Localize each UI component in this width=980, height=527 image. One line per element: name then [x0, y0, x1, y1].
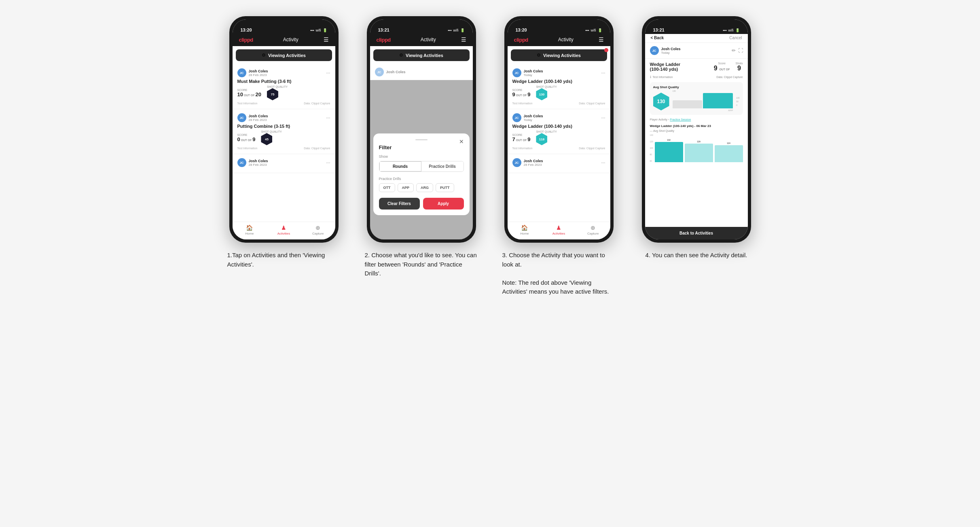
menu-icon-3[interactable]: ☰	[599, 36, 604, 43]
avg-sq-hexagon: 130	[653, 93, 669, 110]
phone-2-status-icons: ▪▪▪ wifi 🔋	[448, 28, 465, 32]
detail-score-section: Wedge Ladder (100-140 yds) Score 9 OUT O…	[650, 62, 743, 72]
user-name-1: Josh Coles	[249, 69, 268, 73]
settings-icon-3: ⚙	[537, 53, 541, 58]
activity-card-3[interactable]: JC Josh Coles 28 Feb 2023 ···	[233, 154, 335, 173]
phone-2-time: 13:21	[378, 28, 389, 32]
card-1-title: Must Make Putting (3-6 ft)	[237, 79, 330, 84]
menu-icon[interactable]: ☰	[324, 36, 329, 43]
trend-title: Wedge Ladder (100-140 yds) - 06 Mar 23	[650, 124, 743, 128]
test-info-3-2: Test Information	[512, 147, 533, 150]
apply-button[interactable]: Apply	[423, 198, 464, 210]
activity-card-3-3[interactable]: JC Josh Coles 28 Feb 2023 ···	[508, 154, 610, 173]
score-value-3-1: 9	[512, 91, 515, 97]
avg-shot-quality-section: Avg Shot Quality 130 130	[650, 82, 743, 115]
tab-capture-1[interactable]: ⊕ Capture	[301, 224, 335, 235]
rounds-button[interactable]: Rounds	[379, 161, 421, 171]
sq-stat-3-2: Shot Quality 118	[536, 130, 557, 145]
battery-icon-3: 🔋	[598, 28, 602, 32]
user-name-3-2: Josh Coles	[524, 114, 543, 118]
sq-stat-1: Shot Quality 75	[267, 85, 288, 100]
score-value-1: 10	[237, 91, 243, 97]
phone-3-notch	[541, 19, 577, 28]
capture-icon: ⊕	[315, 224, 320, 231]
menu-icon-2[interactable]: ☰	[461, 36, 466, 43]
trend-chart-section: Wedge Ladder (100-140 yds) - 06 Mar 23 -…	[650, 124, 743, 224]
chip-arg[interactable]: ARG	[416, 183, 433, 192]
capture-icon-3: ⊕	[591, 224, 595, 231]
user-date-1: 28 Feb 2023	[249, 73, 268, 77]
signal-icon-4: ▪▪▪	[723, 28, 727, 32]
cancel-button[interactable]: Cancel	[729, 36, 742, 40]
filter-actions: Clear Filters Apply	[379, 198, 464, 210]
more-icon-3-2[interactable]: ···	[601, 115, 605, 121]
test-info-2: Test Information	[237, 147, 258, 150]
sq-stat-3-1: Shot Quality 130	[536, 85, 557, 100]
filter-toggle-row: Rounds Practice Drills	[379, 161, 464, 172]
practice-drills-button[interactable]: Practice Drills	[421, 161, 464, 171]
more-icon-3-3[interactable]: ···	[601, 160, 605, 165]
edit-icon[interactable]: ✏	[732, 48, 736, 53]
tab-activities-1[interactable]: ♟ Activities	[267, 224, 301, 235]
phone-2-nav: clippd Activity ☰	[370, 34, 473, 46]
viewing-activities-header-3[interactable]: ⚙ Viewing Activities	[511, 49, 607, 61]
score-stat-3-1: Score 9 OUT OF 9	[512, 89, 531, 97]
caption-3: 3. Choose the Activity that you want to …	[502, 251, 616, 296]
step-2-container: 13:21 ▪▪▪ wifi 🔋 clippd Activity ☰	[359, 16, 484, 278]
clippd-logo-2: clippd	[377, 37, 391, 43]
sq-badge-3-2: 118	[536, 133, 547, 145]
score-value-4: 9 OUT OF	[714, 65, 730, 72]
filter-title: Filter	[379, 144, 464, 150]
blurred-user-name: Josh Coles	[386, 70, 406, 74]
activity-card-2[interactable]: JC Josh Coles 28 Feb 2023 ··· Putting Co…	[233, 109, 335, 154]
mini-chart: 130 APP	[673, 91, 733, 112]
practice-drills-label: Practice Drills	[379, 177, 464, 181]
battery-icon-4: 🔋	[735, 28, 740, 32]
data-capture-4: Data: Clippd Capture	[716, 76, 743, 78]
phone-4-status-icons: ▪▪▪ wifi 🔋	[723, 28, 740, 32]
phone-2: 13:21 ▪▪▪ wifi 🔋 clippd Activity ☰	[367, 16, 476, 243]
show-label: Show	[379, 155, 464, 159]
wifi-icon-4: wifi	[728, 28, 734, 32]
detail-nav: < Back Cancel	[645, 34, 748, 43]
sq-badge-2: 45	[261, 133, 272, 145]
shots-value-3-2: 9	[527, 136, 530, 142]
chip-ott[interactable]: OTT	[379, 183, 395, 192]
avatar-3-3: JC	[512, 158, 521, 167]
blurred-user: JC Josh Coles	[375, 68, 468, 76]
expand-icon[interactable]: ⛶	[738, 48, 743, 53]
nav-title: Activity	[258, 37, 324, 42]
activity-card-3-1[interactable]: JC Josh Coles Today ··· Wedge Ladder (10…	[508, 64, 610, 109]
viewing-activities-label-1: Viewing Activities	[268, 53, 306, 58]
activity-card-3-2[interactable]: JC Josh Coles Today ··· Wedge Ladder (10…	[508, 109, 610, 154]
page-container: 13:20 ▪▪▪ wifi 🔋 clippd Activity ☰	[221, 16, 759, 296]
phone-3-tab-bar: 🏠 Home ♟ Activities ⊕ Capture	[508, 222, 610, 239]
viewing-activities-header-1[interactable]: ⚙ Viewing Activities	[236, 49, 332, 61]
back-button[interactable]: < Back	[651, 36, 664, 40]
user-date-3-2: Today	[524, 118, 543, 122]
viewing-activities-header-2[interactable]: ⚙ Viewing Activities	[373, 49, 470, 61]
chart-bar-label: APP	[673, 109, 733, 112]
more-icon-1[interactable]: ···	[326, 70, 330, 76]
tab-activities-3[interactable]: ♟ Activities	[542, 224, 576, 235]
caption-1: 1.Tap on Activities and then 'Viewing Ac…	[227, 251, 341, 269]
phone-4-wrapper: 13:21 ▪▪▪ wifi 🔋 < Back Cancel	[642, 16, 751, 243]
tab-home-1[interactable]: 🏠 Home	[233, 224, 267, 235]
tab-capture-3[interactable]: ⊕ Capture	[576, 224, 610, 235]
activities-icon: ♟	[281, 224, 286, 231]
activity-card-1[interactable]: JC Josh Coles 28 Feb 2023 ··· Must Make …	[233, 64, 335, 109]
blurred-avatar: JC	[375, 68, 384, 76]
clear-filters-button[interactable]: Clear Filters	[379, 198, 420, 210]
filter-handle	[415, 139, 428, 140]
tab-home-3[interactable]: 🏠 Home	[508, 224, 542, 235]
chip-app[interactable]: APP	[398, 183, 414, 192]
filter-close-button[interactable]: ✕	[459, 138, 464, 145]
phone-1-tab-bar: 🏠 Home ♟ Activities ⊕ Capture	[233, 222, 335, 239]
more-icon-3[interactable]: ···	[326, 160, 330, 165]
more-icon-3-1[interactable]: ···	[601, 70, 605, 76]
clippd-logo: clippd	[239, 37, 253, 43]
more-icon-2[interactable]: ···	[326, 115, 330, 121]
chip-putt[interactable]: PUTT	[436, 183, 454, 192]
step-3-container: 13:20 ▪▪▪ wifi 🔋 clippd Activity ☰	[496, 16, 622, 296]
back-to-activities-button[interactable]: Back to Activities	[645, 227, 748, 239]
